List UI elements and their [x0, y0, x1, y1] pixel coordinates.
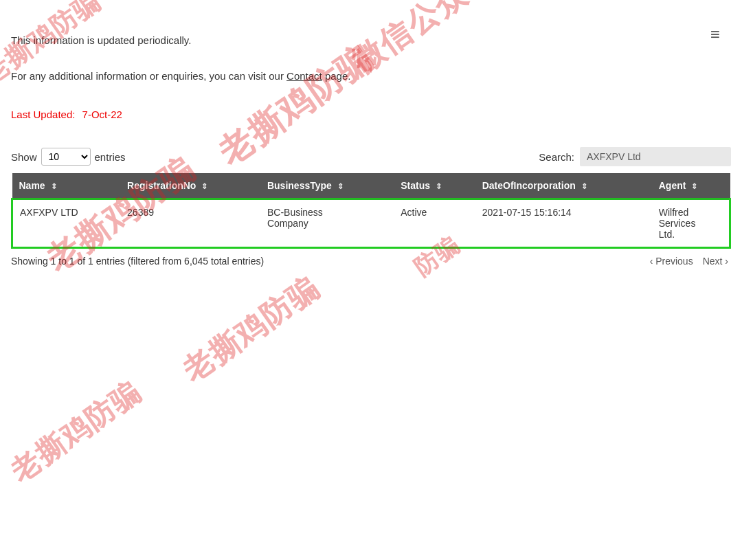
pagination: ‹ Previous Next ›	[647, 254, 731, 268]
sort-icon-reg: ⇕	[201, 182, 207, 191]
cell-status: Active	[394, 199, 475, 248]
results-table: Name ⇕ RegistrationNo ⇕ BusinessType ⇕ S…	[11, 173, 731, 249]
col-agent[interactable]: Agent ⇕	[652, 173, 730, 199]
search-label: Search:	[539, 151, 574, 163]
controls-row: Show 10 25 50 100 entries Search:	[11, 147, 731, 166]
contact-line: For any additional information or enquir…	[11, 70, 731, 82]
table-header-row: Name ⇕ RegistrationNo ⇕ BusinessType ⇕ S…	[12, 173, 730, 199]
table-row[interactable]: AXFXPV LTD 26389 BC-Business Company Act…	[12, 199, 730, 248]
search-box: Search:	[539, 147, 731, 166]
col-name[interactable]: Name ⇕	[12, 173, 121, 199]
sort-icon-status: ⇕	[436, 182, 442, 191]
search-input[interactable]	[580, 147, 731, 166]
sort-icon-date: ⇕	[581, 182, 587, 191]
col-date[interactable]: DateOfIncorporation ⇕	[475, 173, 652, 199]
col-status[interactable]: Status ⇕	[394, 173, 475, 199]
menu-icon[interactable]: ≡	[710, 25, 720, 44]
contact-link[interactable]: Contact	[286, 70, 322, 82]
sort-icon-biz: ⇕	[337, 182, 344, 191]
next-button[interactable]: Next ›	[700, 254, 731, 268]
entries-label: entries	[95, 151, 126, 163]
cell-agent: Wilfred Services Ltd.	[652, 199, 730, 248]
prev-button[interactable]: ‹ Previous	[647, 254, 696, 268]
show-label: Show	[11, 151, 37, 163]
sort-icon-name: ⇕	[51, 182, 57, 191]
table-footer: Showing 1 to 1 of 1 entries (filtered fr…	[11, 254, 731, 268]
cell-name: AXFXPV LTD	[12, 199, 121, 248]
cell-biz-type: BC-Business Company	[260, 199, 394, 248]
sort-icon-agent: ⇕	[691, 182, 697, 191]
entries-select[interactable]: 10 25 50 100	[41, 148, 91, 166]
cell-date: 2021-07-15 15:16:14	[475, 199, 652, 248]
info-text: This information is updated periodically…	[11, 34, 731, 46]
col-biz-type[interactable]: BusinessType ⇕	[260, 173, 394, 199]
col-reg-no[interactable]: RegistrationNo ⇕	[120, 173, 260, 199]
show-entries-control: Show 10 25 50 100 entries	[11, 148, 126, 166]
cell-reg-no: 26389	[120, 199, 260, 248]
showing-text: Showing 1 to 1 of 1 entries (filtered fr…	[11, 256, 264, 267]
last-updated: Last Updated: 7-Oct-22	[11, 109, 731, 120]
